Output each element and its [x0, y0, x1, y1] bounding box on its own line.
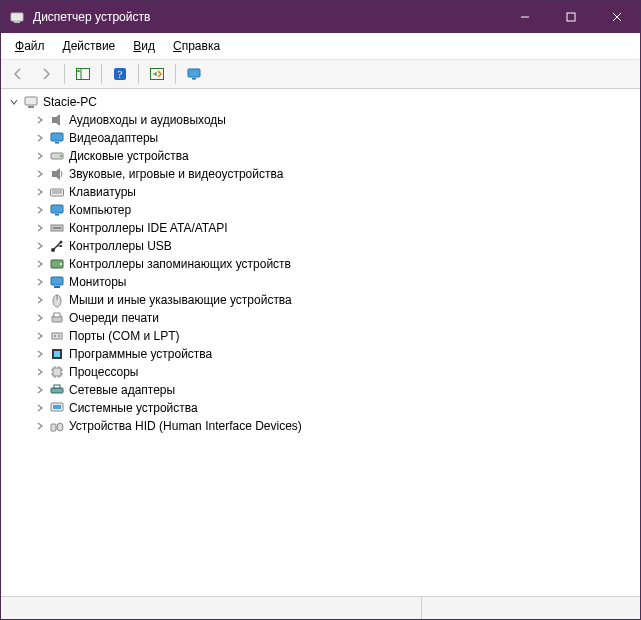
menu-file[interactable]: Файл — [7, 37, 53, 55]
chevron-down-icon[interactable] — [7, 95, 21, 109]
svg-rect-54 — [51, 388, 63, 393]
tree-item-label: Контроллеры IDE ATA/ATAPI — [69, 219, 228, 237]
back-button[interactable] — [5, 61, 31, 87]
help-button[interactable]: ? — [107, 61, 133, 87]
tree-item-label: Программные устройства — [69, 345, 212, 363]
svg-text:?: ? — [118, 68, 123, 80]
scan-hardware-button[interactable] — [144, 61, 170, 87]
tree-item[interactable]: Порты (COM и LPT) — [7, 327, 634, 345]
chevron-right-icon[interactable] — [33, 131, 47, 145]
tree-item-label: Дисковые устройства — [69, 147, 189, 165]
ports-icon — [49, 328, 65, 344]
chevron-right-icon[interactable] — [33, 185, 47, 199]
tree-root[interactable]: Stacie-PC — [7, 93, 634, 111]
svg-rect-15 — [28, 106, 34, 108]
svg-rect-14 — [25, 97, 37, 105]
device-tree[interactable]: Stacie-PC Аудиовходы и аудиовыходыВидеоа… — [1, 89, 640, 596]
tree-item-label: Порты (COM и LPT) — [69, 327, 180, 345]
toolbar-separator — [138, 64, 139, 84]
tree-item[interactable]: Контроллеры IDE ATA/ATAPI — [7, 219, 634, 237]
menu-view[interactable]: Вид — [125, 37, 163, 55]
svg-rect-31 — [60, 245, 62, 247]
tree-item[interactable]: Дисковые устройства — [7, 147, 634, 165]
chevron-right-icon[interactable] — [33, 365, 47, 379]
device-manager-window: Диспетчер устройств Файл Действие Вид Сп… — [0, 0, 641, 620]
keyboard-icon — [49, 184, 65, 200]
tree-item-label: Контроллеры запоминающих устройств — [69, 255, 291, 273]
display-icon — [49, 130, 65, 146]
titlebar: Диспетчер устройств — [1, 1, 640, 33]
usb-icon — [49, 238, 65, 254]
chevron-right-icon[interactable] — [33, 167, 47, 181]
tree-item-label: Звуковые, игровые и видеоустройства — [69, 165, 283, 183]
monitor-icon — [49, 274, 65, 290]
tree-item[interactable]: Звуковые, игровые и видеоустройства — [7, 165, 634, 183]
tree-item-label: Компьютер — [69, 201, 131, 219]
chevron-right-icon[interactable] — [33, 203, 47, 217]
svg-rect-0 — [11, 13, 23, 21]
system-icon — [49, 400, 65, 416]
tree-item[interactable]: Программные устройства — [7, 345, 634, 363]
chevron-right-icon[interactable] — [33, 239, 47, 253]
tree-item-label: Сетевые адаптеры — [69, 381, 175, 399]
chevron-right-icon[interactable] — [33, 329, 47, 343]
tree-item[interactable]: Системные устройства — [7, 399, 634, 417]
svg-point-20 — [60, 155, 62, 157]
chevron-right-icon[interactable] — [33, 221, 47, 235]
network-icon — [49, 382, 65, 398]
maximize-button[interactable] — [548, 1, 594, 33]
chevron-right-icon[interactable] — [33, 311, 47, 325]
chevron-right-icon[interactable] — [33, 149, 47, 163]
sound-icon — [49, 166, 65, 182]
svg-point-30 — [60, 241, 63, 244]
close-button[interactable] — [594, 1, 640, 33]
tree-item[interactable]: Процессоры — [7, 363, 634, 381]
chevron-right-icon[interactable] — [33, 401, 47, 415]
svg-rect-57 — [53, 405, 61, 409]
tree-item[interactable]: Клавиатуры — [7, 183, 634, 201]
forward-button[interactable] — [33, 61, 59, 87]
svg-rect-25 — [51, 205, 63, 213]
tree-item[interactable]: Контроллеры USB — [7, 237, 634, 255]
svg-rect-1 — [14, 21, 20, 23]
tree-item[interactable]: Видеоадаптеры — [7, 129, 634, 147]
tree-item[interactable]: Мыши и иные указывающие устройства — [7, 291, 634, 309]
chevron-right-icon[interactable] — [33, 383, 47, 397]
chevron-right-icon[interactable] — [33, 257, 47, 271]
tree-item[interactable]: Аудиовходы и аудиовыходы — [7, 111, 634, 129]
toolbar: ? — [1, 60, 640, 89]
status-cell — [1, 597, 422, 619]
tree-item[interactable]: Устройства HID (Human Interface Devices) — [7, 417, 634, 435]
minimize-button[interactable] — [502, 1, 548, 33]
show-devices-button[interactable] — [181, 61, 207, 87]
tree-item[interactable]: Очереди печати — [7, 309, 634, 327]
tree-item-label: Процессоры — [69, 363, 139, 381]
tree-item[interactable]: Мониторы — [7, 273, 634, 291]
svg-rect-34 — [51, 277, 63, 285]
chevron-right-icon[interactable] — [33, 275, 47, 289]
tree-item-label: Видеоадаптеры — [69, 129, 158, 147]
chevron-right-icon[interactable] — [33, 347, 47, 361]
window-controls — [502, 1, 640, 33]
software-icon — [49, 346, 65, 362]
svg-rect-35 — [54, 286, 60, 288]
tree-item[interactable]: Компьютер — [7, 201, 634, 219]
svg-rect-13 — [192, 78, 196, 80]
menu-action[interactable]: Действие — [55, 37, 124, 55]
svg-rect-28 — [53, 227, 61, 229]
hid-icon — [49, 418, 65, 434]
tree-item-label: Системные устройства — [69, 399, 198, 417]
svg-rect-3 — [567, 13, 575, 21]
tree-item[interactable]: Контроллеры запоминающих устройств — [7, 255, 634, 273]
show-hide-tree-button[interactable] — [70, 61, 96, 87]
svg-rect-12 — [188, 69, 200, 77]
chevron-right-icon[interactable] — [33, 419, 47, 433]
tree-item-label: Очереди печати — [69, 309, 159, 327]
tree-item[interactable]: Сетевые адаптеры — [7, 381, 634, 399]
storage-icon — [49, 256, 65, 272]
chevron-right-icon[interactable] — [33, 293, 47, 307]
chevron-right-icon[interactable] — [33, 113, 47, 127]
menu-help[interactable]: Справка — [165, 37, 228, 55]
svg-rect-17 — [51, 133, 63, 141]
status-cell — [422, 597, 640, 619]
